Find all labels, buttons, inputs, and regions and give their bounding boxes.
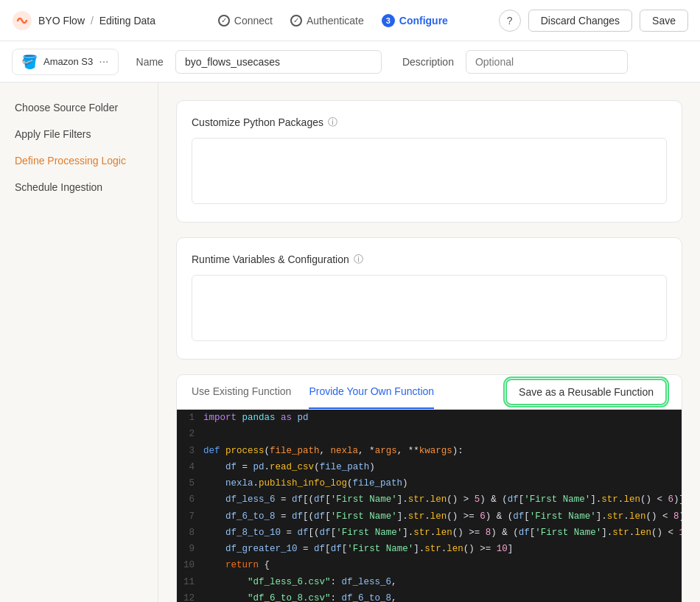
sidebar-item-choose-source-folder[interactable]: Choose Source Folder [0, 94, 158, 121]
content-area: Customize Python Packages ⓘ Runtime Vari… [158, 83, 700, 602]
step-connect[interactable]: ✓ Connect [218, 15, 273, 27]
code-line-1: 1 import pandas as pd [177, 410, 682, 426]
code-line-4: 4 df = pd.read_csv(file_path) [177, 459, 682, 475]
sidebar-item-define-processing-logic[interactable]: Define Processing Logic [0, 147, 158, 174]
python-packages-input[interactable] [192, 138, 667, 204]
app-logo [12, 10, 32, 31]
header-actions: ? Discard Changes Save [499, 10, 688, 32]
save-button[interactable]: Save [640, 10, 688, 32]
step-configure-label: Configure [399, 15, 448, 27]
step-authenticate-check: ✓ [290, 15, 302, 27]
tabs-header: Use Existing Function Provide Your Own F… [177, 375, 682, 410]
code-line-3: 3 def process(file_path, nexla, *args, *… [177, 443, 682, 459]
sidebar: Choose Source Folder Apply File Filters … [0, 83, 158, 602]
source-badge: 🪣 Amazon S3 ··· [12, 49, 119, 75]
step-configure[interactable]: 3 Configure [382, 14, 448, 27]
name-label: Name [136, 56, 164, 68]
step-authenticate-label: Authenticate [307, 15, 364, 27]
code-line-2: 2 [177, 426, 682, 442]
step-connect-label: Connect [234, 15, 273, 27]
code-editor[interactable]: 1 import pandas as pd 2 3 def process(fi… [177, 410, 682, 602]
header: BYO Flow / Editing Data ✓ Connect ✓ Auth… [0, 0, 700, 41]
function-tabs-section: Use Existing Function Provide Your Own F… [176, 374, 682, 602]
subheader: 🪣 Amazon S3 ··· Name Description [0, 41, 700, 83]
runtime-vars-title: Runtime Variables & Configuration ⓘ [192, 253, 667, 266]
sidebar-item-apply-file-filters[interactable]: Apply File Filters [0, 121, 158, 147]
help-button[interactable]: ? [499, 10, 521, 32]
code-line-12: 12 "df_6_to_8.csv": df_6_to_8, [177, 590, 682, 602]
step-connect-check: ✓ [218, 15, 230, 27]
discard-button[interactable]: Discard Changes [528, 10, 632, 32]
code-line-9: 9 df_greater_10 = df[df['First Name'].st… [177, 541, 682, 557]
source-more-button[interactable]: ··· [99, 55, 108, 69]
description-label: Description [402, 56, 454, 68]
runtime-vars-info-icon: ⓘ [354, 253, 363, 266]
python-packages-section: Customize Python Packages ⓘ [176, 100, 682, 223]
code-line-7: 7 df_6_to_8 = df[(df['First Name'].str.l… [177, 508, 682, 525]
save-reusable-button[interactable]: Save as a Reusable Function [505, 379, 667, 405]
python-packages-info-icon: ⓘ [328, 116, 337, 129]
code-line-8: 8 df_8_to_10 = df[(df['First Name'].str.… [177, 525, 682, 541]
logo: BYO Flow / Editing Data [12, 10, 155, 31]
main-layout: Choose Source Folder Apply File Filters … [0, 83, 700, 602]
description-input[interactable] [466, 50, 628, 74]
code-line-10: 10 return { [177, 557, 682, 573]
source-label: Amazon S3 [43, 56, 93, 67]
breadcrumb: BYO Flow / Editing Data [38, 15, 155, 27]
code-line-11: 11 "df_less_6.csv": df_less_6, [177, 574, 682, 590]
step-authenticate[interactable]: ✓ Authenticate [290, 15, 364, 27]
step-configure-number: 3 [382, 14, 395, 27]
runtime-vars-input[interactable] [192, 275, 667, 341]
runtime-vars-section: Runtime Variables & Configuration ⓘ [176, 237, 682, 360]
code-line-5: 5 nexla.publish_info_log(file_path) [177, 475, 682, 491]
tab-use-existing[interactable]: Use Existing Function [192, 375, 291, 409]
code-line-6: 6 df_less_6 = df[(df['First Name'].str.l… [177, 491, 682, 508]
python-packages-title: Customize Python Packages ⓘ [192, 116, 667, 129]
name-input[interactable] [175, 50, 382, 74]
tab-provide-own[interactable]: Provide Your Own Function [309, 375, 434, 409]
sidebar-item-schedule-ingestion[interactable]: Schedule Ingestion [0, 174, 158, 200]
steps-nav: ✓ Connect ✓ Authenticate 3 Configure [218, 14, 448, 27]
source-icon: 🪣 [21, 54, 38, 70]
